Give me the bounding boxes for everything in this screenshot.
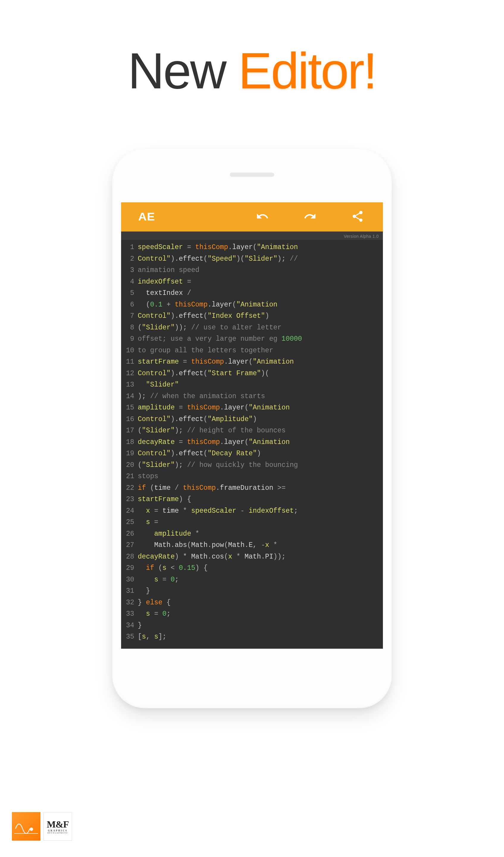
code-content[interactable]: startFrame) { (138, 494, 191, 505)
code-line[interactable]: 2Control").effect("Speed")("Slider"); // (123, 253, 381, 265)
share-button[interactable] (350, 209, 365, 224)
line-number: 19 (123, 448, 138, 459)
code-content[interactable]: indexOffset = (138, 276, 191, 288)
code-content[interactable]: to group all the letters together (138, 345, 273, 356)
redo-icon (303, 210, 317, 224)
code-line[interactable]: 19Control").effect("Decay Rate") (123, 448, 381, 459)
code-line[interactable]: 6 (0.1 + thisComp.layer("Animation (123, 299, 381, 311)
code-content[interactable]: ("Slider"); // how quickly the bouncing (138, 459, 298, 471)
code-line[interactable]: 28decayRate) * Math.cos(x * Math.PI)); (123, 551, 381, 563)
code-editor[interactable]: 1speedScaler = thisComp.layer("Animation… (121, 240, 383, 649)
code-line[interactable]: 7Control").effect("Index Offset") (123, 310, 381, 322)
code-line[interactable]: 20("Slider"); // how quickly the bouncin… (123, 459, 381, 471)
line-number: 16 (123, 414, 138, 425)
footer-logo-company: M&F GRAPHICS DEVELOPMENT (44, 812, 72, 841)
code-content[interactable]: s = 0; (138, 608, 170, 620)
code-content[interactable]: (0.1 + thisComp.layer("Animation (138, 299, 277, 311)
code-content[interactable]: } (138, 620, 142, 632)
code-line[interactable]: 26 amplitude * (123, 528, 381, 540)
code-content[interactable]: [s, s]; (138, 631, 167, 643)
code-content[interactable]: stops (138, 471, 158, 482)
code-line[interactable]: 11startFrame = thisComp.layer("Animation (123, 356, 381, 368)
code-line[interactable]: 14); // when the animation starts (123, 391, 381, 402)
code-line[interactable]: 24 x = time * speedScaler - indexOffset; (123, 505, 381, 517)
code-content[interactable]: Control").effect("Speed")("Slider"); // (138, 253, 298, 265)
code-content[interactable]: } else { (138, 597, 170, 608)
code-content[interactable]: offset; use a very large number eg 10000 (138, 333, 302, 345)
waveform-icon (14, 814, 38, 838)
code-content[interactable]: amplitude = thisComp.layer("Animation (138, 402, 290, 414)
code-content[interactable]: if (time / thisComp.frameDuration >= (138, 482, 286, 494)
line-number: 20 (123, 459, 138, 471)
code-content[interactable]: Control").effect("Decay Rate") (138, 448, 261, 459)
line-number: 26 (123, 528, 138, 540)
headline-word-2: Editor! (238, 43, 376, 99)
code-content[interactable]: decayRate) * Math.cos(x * Math.PI)); (138, 551, 286, 563)
code-line[interactable]: 13 "Slider" (123, 379, 381, 391)
code-line[interactable]: 5 textIndex / (123, 287, 381, 299)
line-number: 22 (123, 482, 138, 494)
code-line[interactable]: 9offset; use a very large number eg 1000… (123, 333, 381, 345)
code-line[interactable]: 35[s, s]; (123, 631, 381, 643)
code-content[interactable]: amplitude * (138, 528, 199, 540)
code-line[interactable]: 12Control").effect("Start Frame")( (123, 368, 381, 380)
line-number: 2 (123, 253, 138, 265)
code-line[interactable]: 31 } (123, 585, 381, 597)
code-content[interactable]: ); // when the animation starts (138, 391, 265, 402)
redo-button[interactable] (303, 209, 317, 224)
code-line[interactable]: 33 s = 0; (123, 608, 381, 620)
code-line[interactable]: 16Control").effect("Amplitude") (123, 414, 381, 425)
code-content[interactable]: s = 0; (138, 574, 179, 586)
code-content[interactable]: ("Slider")); // use to alter letter (138, 322, 282, 334)
code-content[interactable]: x = time * speedScaler - indexOffset; (138, 505, 298, 517)
code-content[interactable]: startFrame = thisComp.layer("Animation (138, 356, 294, 368)
code-content[interactable]: decayRate = thisComp.layer("Animation (138, 437, 290, 448)
line-number: 13 (123, 379, 138, 391)
code-content[interactable]: Control").effect("Start Frame")( (138, 368, 269, 380)
code-line[interactable]: 21stops (123, 471, 381, 482)
app-logo: AE (138, 211, 155, 223)
app-screen: AE Version Alpha 1.0 1speedScaler = this… (121, 202, 383, 649)
code-line[interactable]: 17("Slider"); // height of the bounces (123, 425, 381, 437)
headline-word-1: New (128, 43, 225, 99)
code-content[interactable]: Math.abs(Math.pow(Math.E, -x * (138, 539, 277, 551)
code-line[interactable]: 1speedScaler = thisComp.layer("Animation (123, 241, 381, 253)
line-number: 15 (123, 402, 138, 414)
code-line[interactable]: 3animation speed (123, 265, 381, 276)
code-line[interactable]: 15amplitude = thisComp.layer("Animation (123, 402, 381, 414)
line-number: 4 (123, 276, 138, 288)
code-content[interactable]: Control").effect("Amplitude") (138, 414, 257, 425)
code-line[interactable]: 10to group all the letters together (123, 345, 381, 356)
code-content[interactable]: } (138, 585, 150, 597)
code-line[interactable]: 29 if (s < 0.15) { (123, 562, 381, 574)
undo-button[interactable] (255, 209, 270, 224)
code-content[interactable]: speedScaler = thisComp.layer("Animation (138, 241, 298, 253)
code-content[interactable]: s = (138, 517, 158, 528)
code-content[interactable]: if (s < 0.15) { (138, 562, 208, 574)
line-number: 34 (123, 620, 138, 632)
code-line[interactable]: 34} (123, 620, 381, 632)
code-line[interactable]: 18decayRate = thisComp.layer("Animation (123, 437, 381, 448)
code-line[interactable]: 32} else { (123, 597, 381, 608)
line-number: 14 (123, 391, 138, 402)
code-line[interactable]: 22if (time / thisComp.frameDuration >= (123, 482, 381, 494)
line-number: 7 (123, 310, 138, 322)
code-line[interactable]: 25 s = (123, 517, 381, 528)
code-line[interactable]: 27 Math.abs(Math.pow(Math.E, -x * (123, 539, 381, 551)
code-line[interactable]: 30 s = 0; (123, 574, 381, 586)
code-line[interactable]: 23startFrame) { (123, 494, 381, 505)
code-content[interactable]: Control").effect("Index Offset") (138, 310, 269, 322)
line-number: 33 (123, 608, 138, 620)
code-content[interactable]: textIndex / (138, 287, 191, 299)
line-number: 29 (123, 562, 138, 574)
code-content[interactable]: ("Slider"); // height of the bounces (138, 425, 286, 437)
line-number: 12 (123, 368, 138, 380)
code-line[interactable]: 4indexOffset = (123, 276, 381, 288)
footer-logos: M&F GRAPHICS DEVELOPMENT (12, 812, 72, 841)
line-number: 8 (123, 322, 138, 334)
code-content[interactable]: "Slider" (138, 379, 179, 391)
code-line[interactable]: 8("Slider")); // use to alter letter (123, 322, 381, 334)
line-number: 21 (123, 471, 138, 482)
phone-speaker (230, 173, 274, 177)
code-content[interactable]: animation speed (138, 265, 199, 276)
